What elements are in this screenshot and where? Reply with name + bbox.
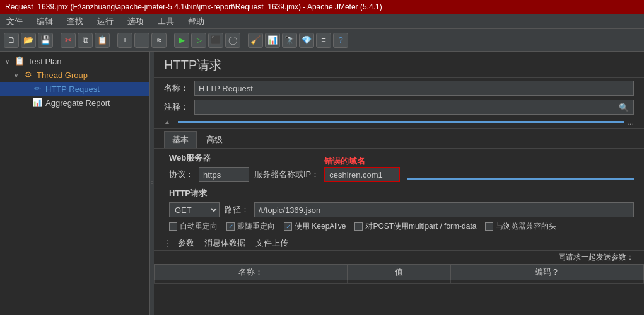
together-label: 同请求一起发送参数： — [154, 251, 644, 264]
toolbar-question[interactable]: ? — [333, 33, 348, 48]
thread-group-icon: ⚙ — [23, 69, 34, 81]
name-row: 名称： — [154, 78, 644, 98]
menu-options[interactable]: 选项 — [125, 15, 146, 28]
more-icon: ... — [627, 117, 634, 127]
toolbar-new[interactable]: 🗋 — [4, 33, 19, 48]
toolbar: 🗋 📂 💾 ✂ ⧉ 📋 + − ≈ ▶ ▷ ⬛ ◯ 🧹 📊 🔭 💎 ≡ ? — [0, 29, 644, 52]
thread-group-label: Thread Group — [37, 71, 88, 80]
param-tab-files[interactable]: 文件上传 — [253, 236, 291, 250]
sidebar-item-aggregate-report[interactable]: 📊 Aggregate Report — [0, 96, 149, 110]
tree-arrow-test-plan: ∨ — [5, 58, 14, 65]
http-request-label: HTTP Request — [45, 84, 100, 94]
toolbar-paste[interactable]: 📋 — [95, 33, 110, 48]
test-plan-label: Test Plan — [28, 57, 61, 66]
server-name-label: 服务器名称或IP： — [254, 169, 319, 180]
follow-redirect-checkbox[interactable]: ✓ — [226, 222, 235, 231]
protocol-label: 协议： — [169, 169, 194, 180]
tab-basic[interactable]: 基本 — [164, 131, 197, 148]
title-text: Request_1639.jmx (F:\anzhuang\apache-jme… — [5, 3, 382, 11]
toolbar-minus[interactable]: − — [134, 33, 149, 48]
sidebar-item-test-plan[interactable]: ∨ 📋 Test Plan — [0, 54, 149, 68]
method-select[interactable]: GET POST PUT DELETE — [169, 202, 220, 217]
tab-advanced[interactable]: 高级 — [198, 131, 231, 148]
menu-help[interactable]: 帮助 — [185, 15, 207, 28]
param-section-marker: ⋮ — [164, 239, 172, 248]
cb-auto-redirect[interactable]: 自动重定向 — [169, 221, 218, 232]
table-row — [155, 280, 644, 284]
toolbar-gem[interactable]: 💎 — [299, 33, 314, 48]
toolbar-expand[interactable]: + — [117, 33, 132, 48]
name-label: 名称： — [164, 83, 189, 94]
sidebar: ∨ 📋 Test Plan ∨ ⚙ Thread Group ✏ HTTP Re… — [0, 52, 150, 315]
menu-edit[interactable]: 编辑 — [34, 15, 56, 28]
toolbar-open[interactable]: 📂 — [21, 33, 36, 48]
toolbar-tilde[interactable]: ≈ — [151, 33, 167, 48]
toolbar-save[interactable]: 💾 — [38, 33, 53, 48]
protocol-input[interactable] — [199, 167, 249, 182]
keepalive-checkbox[interactable]: ✓ — [284, 222, 292, 231]
tree-arrow-thread-group: ∨ — [14, 72, 23, 79]
sidebar-item-thread-group[interactable]: ∨ ⚙ Thread Group — [0, 68, 149, 82]
toolbar-copy[interactable]: ⧉ — [78, 33, 93, 48]
checkboxes-row: 自动重定向 ✓ 跟随重定向 ✓ 使用 KeepAlive 对POST使用mult… — [154, 219, 644, 234]
tabs-bar: 基本 高级 — [154, 129, 644, 149]
toolbar-binoculars[interactable]: 🔭 — [282, 33, 297, 48]
name-input[interactable] — [194, 81, 634, 96]
scroll-up-icon: ▲ — [164, 118, 170, 125]
web-server-section: Web服务器 — [154, 149, 644, 165]
table-header-encode: 编码？ — [450, 265, 643, 280]
http-req-row: GET POST PUT DELETE 路径： — [154, 200, 644, 219]
server-name-input[interactable] — [324, 167, 400, 182]
table-header-value: 值 — [348, 265, 451, 280]
toolbar-list[interactable]: ≡ — [316, 33, 331, 48]
cb-multipart[interactable]: 对POST使用multipart / form-data — [354, 221, 476, 232]
toolbar-stop2[interactable]: ◯ — [225, 33, 240, 48]
content-title: HTTP请求 — [154, 52, 644, 78]
toolbar-play[interactable]: ▶ — [174, 33, 189, 48]
toolbar-cut[interactable]: ✂ — [61, 33, 76, 48]
menu-bar: 文件 编辑 查找 运行 选项 工具 帮助 — [0, 14, 644, 29]
comment-input[interactable] — [194, 100, 634, 115]
toolbar-stop[interactable]: ⬛ — [208, 33, 223, 48]
main-area: ∨ 📋 Test Plan ∨ ⚙ Thread Group ✏ HTTP Re… — [0, 52, 644, 315]
cb-follow-redirect[interactable]: ✓ 跟随重定向 — [226, 221, 275, 232]
menu-run[interactable]: 运行 — [95, 15, 116, 28]
param-tab-body[interactable]: 消息体数据 — [202, 236, 248, 250]
auto-redirect-checkbox[interactable] — [169, 222, 177, 231]
test-plan-icon: 📋 — [14, 55, 25, 67]
title-bar: Request_1639.jmx (F:\anzhuang\apache-jme… — [0, 0, 644, 14]
toolbar-play2[interactable]: ▷ — [191, 33, 206, 48]
toolbar-broom[interactable]: 🧹 — [248, 33, 263, 48]
cb-browser-compat[interactable]: 与浏览器兼容的头 — [485, 221, 556, 232]
comment-row: 注释： 🔍 — [154, 98, 644, 116]
params-table: 名称： 值 编码？ — [154, 264, 644, 284]
scroll-area: ▲ ... — [154, 116, 644, 129]
multipart-checkbox[interactable] — [354, 222, 363, 231]
content-area: HTTP请求 名称： 注释： 🔍 ▲ ... 基本 高级 Web服务器 — [154, 52, 644, 315]
aggregate-report-label: Aggregate Report — [45, 98, 110, 108]
menu-find[interactable]: 查找 — [64, 15, 86, 28]
path-label: 路径： — [225, 204, 249, 215]
path-input[interactable] — [254, 202, 634, 217]
aggregate-report-icon: 📊 — [32, 97, 43, 108]
comment-label: 注释： — [164, 101, 189, 113]
cb-keepalive[interactable]: ✓ 使用 KeepAlive — [284, 221, 346, 232]
error-label: 错误的域名 — [324, 156, 365, 167]
http-request-icon: ✏ — [32, 83, 43, 94]
table-header-name: 名称： — [155, 265, 348, 280]
menu-tools[interactable]: 工具 — [155, 15, 177, 28]
http-request-section: HTTP请求 — [154, 184, 644, 200]
toolbar-chart[interactable]: 📊 — [265, 33, 280, 48]
server-row: 协议： 服务器名称或IP： 错误的域名 — [154, 165, 644, 184]
search-icon: 🔍 — [619, 103, 629, 112]
sidebar-item-http-request[interactable]: ✏ HTTP Request — [0, 82, 149, 96]
browser-compat-checkbox[interactable] — [485, 222, 493, 231]
param-tab-params[interactable]: 参数 — [175, 236, 197, 250]
menu-file[interactable]: 文件 — [4, 15, 25, 28]
